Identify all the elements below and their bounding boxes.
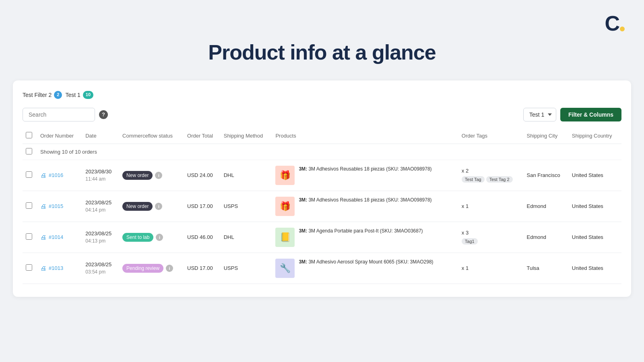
- product-name: 3M Adhesivo Aerosol Spray Mount 6065 (SK…: [308, 259, 433, 265]
- order-tags-cell: x 1: [458, 253, 524, 284]
- order-total-cell: USD 46.00: [184, 222, 221, 253]
- filter-tab-2-label: Test 1: [65, 92, 80, 98]
- printer-icon: 🖨: [40, 234, 46, 241]
- th-products: Products: [272, 128, 458, 144]
- product-info: 3M: 3M Adhesivos Reusables 18 piezas (SK…: [299, 197, 431, 204]
- th-order-total: Order Total: [184, 128, 221, 144]
- search-row: ? Test 1 Test 2 Test 3 Filter & Columns: [23, 108, 621, 121]
- printer-icon: 🖨: [40, 265, 46, 272]
- page-title: Product info at a glance: [0, 0, 644, 80]
- shipping-method-cell: DHL: [221, 222, 272, 253]
- logo-area: C: [605, 13, 625, 34]
- order-tag: Test Tag: [462, 176, 485, 183]
- table-header-row: Order Number Date Commerceflow status Or…: [23, 128, 621, 144]
- th-order-tags: Order Tags: [458, 128, 524, 144]
- th-checkbox: [23, 128, 37, 144]
- status-info-icon[interactable]: i: [166, 265, 173, 272]
- status-cell: New order i: [119, 160, 184, 191]
- order-tags-cell: x 2 Test TagTest Tag 2: [458, 160, 524, 191]
- order-number-link[interactable]: #1014: [49, 234, 63, 240]
- order-number-link[interactable]: #1013: [49, 265, 63, 271]
- row-checkbox-cell: [23, 253, 37, 284]
- showing-checkbox[interactable]: [26, 148, 32, 154]
- shipping-method-cell: USPS: [221, 253, 272, 284]
- order-date: 2023/08/25: [85, 199, 116, 207]
- help-icon[interactable]: ?: [99, 110, 108, 119]
- status-badge: New order: [122, 171, 153, 180]
- filter-tab-1-badge: 2: [54, 91, 62, 99]
- order-qty: x 3: [462, 230, 469, 236]
- shipping-country-cell: United States: [569, 253, 621, 284]
- row-checkbox-cell: [23, 191, 37, 222]
- order-qty: x 1: [462, 203, 469, 209]
- order-qty: x 1: [462, 265, 469, 271]
- orders-table: Order Number Date Commerceflow status Or…: [23, 128, 621, 284]
- order-number-cell: 🖨 #1014: [37, 222, 82, 253]
- date-cell: 2023/08/25 04:14 pm: [82, 191, 119, 222]
- product-cell: 📒 3M: 3M Agenda Portable para Post-It (S…: [272, 222, 458, 253]
- order-total-cell: USD 17.00: [184, 253, 221, 284]
- filter-tabs: Test Filter 2 2 Test 1 10: [23, 90, 621, 100]
- table-row: 🖨 #1016 2023/08/30 11:44 am New order i …: [23, 160, 621, 191]
- order-total-cell: USD 17.00: [184, 191, 221, 222]
- order-time: 04:14 pm: [85, 206, 116, 214]
- product-info: 3M: 3M Agenda Portable para Post-It (SKU…: [299, 228, 423, 234]
- status-badge: New order: [122, 202, 153, 211]
- order-time: 04:13 pm: [85, 237, 116, 245]
- order-tag: Test Tag 2: [486, 176, 513, 183]
- product-name: 3M Adhesivos Reusables 18 piezas (SKU: 3…: [308, 166, 431, 172]
- order-tags-cell: x 1: [458, 191, 524, 222]
- order-time: 03:54 pm: [85, 268, 116, 276]
- order-time: 11:44 am: [85, 175, 116, 183]
- shipping-country-cell: United States: [569, 222, 621, 253]
- date-cell: 2023/08/25 03:54 pm: [82, 253, 119, 284]
- product-brand: 3M:: [299, 259, 307, 265]
- status-info-icon[interactable]: i: [155, 172, 162, 179]
- row-checkbox[interactable]: [26, 171, 32, 178]
- status-info-icon[interactable]: i: [155, 203, 162, 210]
- product-name: 3M Agenda Portable para Post-It (SKU: 3M…: [308, 228, 423, 234]
- table-body: Showing 10 of 10 orders 🖨 #1016 2023/08/…: [23, 144, 621, 284]
- order-date: 2023/08/25: [85, 261, 116, 269]
- search-input-wrap: [23, 108, 95, 121]
- order-number-cell: 🖨 #1016: [37, 160, 82, 191]
- product-brand: 3M:: [299, 197, 307, 203]
- status-badge: Pending review: [122, 264, 163, 273]
- row-checkbox-cell: [23, 222, 37, 253]
- row-checkbox[interactable]: [26, 202, 32, 209]
- filter-columns-button[interactable]: Filter & Columns: [560, 108, 621, 121]
- shipping-country-cell: United States: [569, 160, 621, 191]
- order-number-link[interactable]: #1016: [49, 172, 63, 178]
- select-all-checkbox[interactable]: [26, 132, 32, 138]
- table-row: 🖨 #1013 2023/08/25 03:54 pm Pending revi…: [23, 253, 621, 284]
- filter-tab-1[interactable]: Test Filter 2 2: [23, 90, 62, 100]
- logo-letter: C: [605, 13, 619, 34]
- product-brand: 3M:: [299, 166, 307, 172]
- printer-icon: 🖨: [40, 172, 46, 179]
- status-cell: Pending review i: [119, 253, 184, 284]
- order-tags-cell: x 3 Tag1: [458, 222, 524, 253]
- shipping-city-cell: San Francisco: [524, 160, 569, 191]
- order-number-link[interactable]: #1015: [49, 203, 63, 209]
- main-container: Test Filter 2 2 Test 1 10 ? Test 1 Test …: [13, 80, 631, 297]
- product-cell: 🎁 3M: 3M Adhesivos Reusables 18 piezas (…: [272, 160, 458, 191]
- filter-tab-2[interactable]: Test 1 10: [65, 90, 93, 100]
- search-input[interactable]: [23, 108, 95, 121]
- table-row: 🖨 #1015 2023/08/25 04:14 pm New order i …: [23, 191, 621, 222]
- product-info: 3M: 3M Adhesivo Aerosol Spray Mount 6065…: [299, 259, 433, 265]
- row-checkbox[interactable]: [26, 233, 32, 240]
- order-date: 2023/08/30: [85, 168, 116, 176]
- status-info-icon[interactable]: i: [156, 234, 163, 241]
- order-date: 2023/08/25: [85, 230, 116, 238]
- search-left: ?: [23, 108, 108, 121]
- shipping-method-cell: DHL: [221, 160, 272, 191]
- row-checkbox[interactable]: [26, 264, 32, 271]
- th-shipping-method: Shipping Method: [221, 128, 272, 144]
- order-tag: Tag1: [462, 238, 478, 245]
- shipping-method-cell: USPS: [221, 191, 272, 222]
- th-shipping-country: Shipping Country: [569, 128, 621, 144]
- table-row: 🖨 #1014 2023/08/25 04:13 pm Sent to lab …: [23, 222, 621, 253]
- test-select[interactable]: Test 1 Test 2 Test 3: [523, 108, 556, 121]
- product-name: 3M Adhesivos Reusables 18 piezas (SKU: 3…: [308, 197, 431, 203]
- shipping-city-cell: Edmond: [524, 222, 569, 253]
